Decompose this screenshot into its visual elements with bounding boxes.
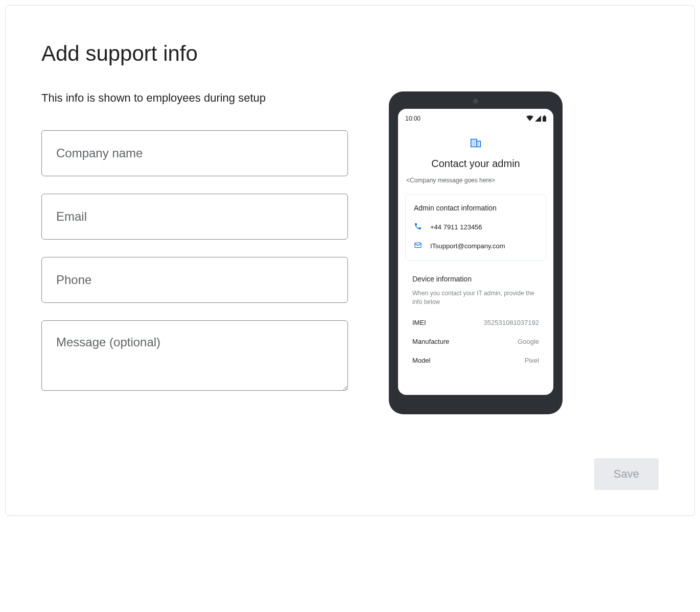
- svg-rect-2: [473, 140, 474, 142]
- manufacture-label: Manufacture: [412, 338, 449, 345]
- admin-card-title: Admin contact information: [414, 204, 538, 212]
- imei-value: 352531081037192: [484, 319, 539, 326]
- email-icon: [414, 241, 422, 251]
- email-input[interactable]: [41, 194, 348, 240]
- page-subtitle: This info is shown to employees during s…: [41, 91, 348, 105]
- device-row-imei: IMEI 352531081037192: [412, 319, 539, 326]
- svg-rect-4: [473, 143, 474, 144]
- status-time: 10:00: [405, 115, 421, 122]
- status-bar: 10:00: [405, 115, 546, 122]
- device-row-manufacture: Manufacture Google: [412, 338, 539, 345]
- model-label: Model: [412, 357, 430, 364]
- status-icons: [526, 115, 546, 122]
- contact-phone-value: +44 7911 123456: [430, 223, 482, 231]
- save-button[interactable]: Save: [594, 458, 659, 490]
- battery-icon: [543, 115, 546, 122]
- device-info-section: Device information When you contact your…: [405, 275, 546, 364]
- phone-screen: 10:00: [398, 109, 553, 395]
- phone-preview: 10:00: [389, 91, 563, 414]
- page-title: Add support info: [41, 41, 659, 66]
- wifi-icon: [526, 115, 533, 122]
- contact-email-value: ITsupport@company.com: [430, 242, 505, 250]
- model-value: Pixel: [525, 357, 539, 364]
- device-info-subtitle: When you contact your IT admin, provide …: [412, 289, 539, 307]
- svg-rect-7: [474, 145, 475, 146]
- preview-heading: Contact your admin: [405, 158, 546, 170]
- svg-rect-8: [478, 143, 479, 144]
- building-icon: [470, 137, 481, 151]
- admin-contact-card: Admin contact information +44 7911 12345…: [405, 194, 546, 261]
- signal-icon: [535, 115, 541, 122]
- page-container: Add support info This info is shown to e…: [5, 5, 695, 516]
- svg-rect-0: [544, 115, 545, 116]
- phone-input[interactable]: [41, 257, 348, 303]
- svg-rect-3: [474, 140, 475, 142]
- svg-rect-1: [543, 116, 546, 122]
- message-textarea[interactable]: [41, 320, 348, 391]
- phone-frame: 10:00: [389, 91, 563, 414]
- contact-phone-row: +44 7911 123456: [414, 222, 538, 232]
- contact-email-row: ITsupport@company.com: [414, 241, 538, 251]
- phone-content: Contact your admin <Company message goes…: [405, 137, 546, 364]
- svg-rect-6: [473, 145, 474, 146]
- phone-icon: [414, 222, 422, 232]
- preview-company-message: <Company message goes here>: [405, 177, 546, 184]
- manufacture-value: Google: [518, 338, 539, 345]
- svg-rect-5: [474, 143, 475, 144]
- imei-label: IMEI: [412, 319, 426, 326]
- main-content: This info is shown to employees during s…: [41, 91, 659, 414]
- form-section: This info is shown to employees during s…: [41, 91, 348, 410]
- svg-rect-9: [478, 145, 479, 146]
- device-row-model: Model Pixel: [412, 357, 539, 364]
- phone-camera-icon: [473, 99, 478, 104]
- device-info-title: Device information: [412, 275, 539, 283]
- company-name-input[interactable]: [41, 130, 348, 176]
